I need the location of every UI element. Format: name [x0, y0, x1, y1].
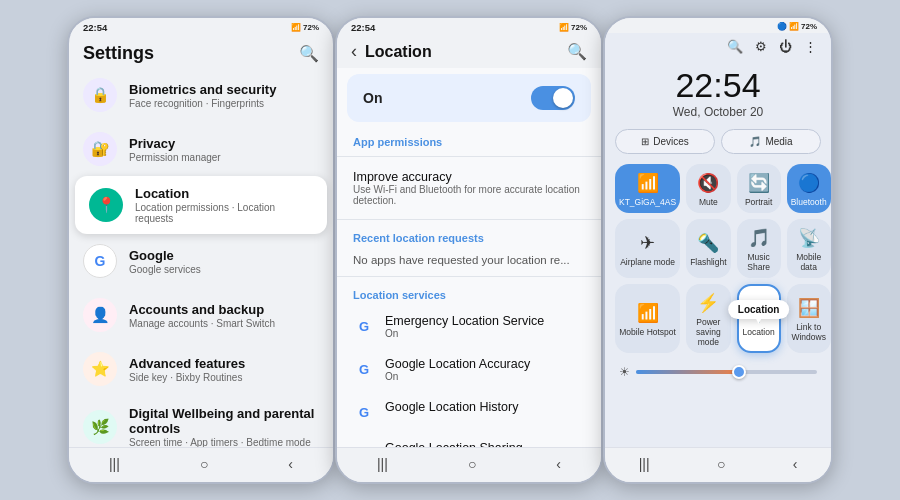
no-apps-text: No apps have requested your location re.… — [337, 248, 601, 272]
powersave-tile-icon: ⚡ — [697, 292, 719, 314]
settings-icon-qp[interactable]: ⚙ — [755, 39, 767, 54]
brightness-track[interactable] — [636, 370, 817, 374]
google-history-item[interactable]: G Google Location History — [337, 391, 601, 432]
airplane-tile-label: Airplane mode — [620, 257, 675, 267]
tile-wifi[interactable]: 📶 KT_GiGA_4AS — [615, 164, 680, 213]
qp-top-icons: 🔍 ⚙ ⏻ ⋮ — [605, 33, 831, 58]
media-tab-icon: 🎵 — [749, 136, 761, 147]
nav-home-2[interactable]: ○ — [458, 454, 486, 474]
tile-music[interactable]: 🎵 Music Share — [737, 219, 781, 278]
bottom-nav-2: ||| ○ ‹ — [337, 447, 601, 482]
nav-back-1[interactable]: ||| — [99, 454, 130, 474]
location-services-header: Location services — [337, 281, 601, 305]
settings-item-accounts[interactable]: 👤 Accounts and backup Manage accounts · … — [69, 288, 333, 342]
devices-tab-label: Devices — [653, 136, 689, 147]
settings-item-advanced[interactable]: ⭐ Advanced features Side key · Bixby Rou… — [69, 342, 333, 396]
advanced-subtitle: Side key · Bixby Routines — [129, 372, 319, 383]
powersave-tile-label: Power saving mode — [690, 317, 726, 347]
mobiledata-tile-icon: 📡 — [798, 227, 820, 249]
google-text: Google Google services — [129, 248, 319, 275]
accounts-text: Accounts and backup Manage accounts · Sm… — [129, 302, 319, 329]
status-bar-3: 🔵 📶 72% — [605, 18, 831, 33]
settings-item-location[interactable]: 📍 Location Location permissions · Locati… — [75, 176, 327, 234]
tile-portrait[interactable]: 🔄 Portrait — [737, 164, 781, 213]
tile-powersave[interactable]: ⚡ Power saving mode — [686, 284, 730, 353]
nav-recent-3[interactable]: ‹ — [783, 454, 808, 474]
back-button[interactable]: ‹ — [351, 41, 357, 62]
search-icon-qp[interactable]: 🔍 — [727, 39, 743, 54]
nav-back-2[interactable]: ||| — [367, 454, 398, 474]
tile-airplane[interactable]: ✈ Airplane mode — [615, 219, 680, 278]
tile-bluetooth[interactable]: 🔵 Bluetooth — [787, 164, 831, 213]
location-subtitle: Location permissions · Location requests — [135, 202, 313, 224]
tile-flashlight[interactable]: 🔦 Flashlight — [686, 219, 730, 278]
tile-hotspot[interactable]: 📶 Mobile Hotspot — [615, 284, 680, 353]
quick-panel-content: 🔍 ⚙ ⏻ ⋮ 22:54 Wed, October 20 ⊞ Devices … — [605, 33, 831, 447]
wellbeing-subtitle: Screen time · App timers · Bedtime mode — [129, 437, 319, 447]
advanced-icon: ⭐ — [83, 352, 117, 386]
accounts-icon: 👤 — [83, 298, 117, 332]
location-tooltip: Location — [728, 300, 790, 319]
nav-home-1[interactable]: ○ — [190, 454, 218, 474]
tab-devices[interactable]: ⊞ Devices — [615, 129, 715, 154]
status-icons-1: 📶 72% — [291, 23, 319, 32]
brightness-icon: ☀ — [619, 365, 630, 379]
search-icon-2[interactable]: 🔍 — [567, 42, 587, 61]
tile-mute[interactable]: 🔇 Mute — [686, 164, 730, 213]
settings-title: Settings — [83, 43, 154, 64]
mute-tile-label: Mute — [699, 197, 718, 207]
power-icon-qp[interactable]: ⏻ — [779, 39, 792, 54]
nav-back-3[interactable]: ||| — [629, 454, 660, 474]
location-screen-title: Location — [365, 43, 432, 61]
google-sharing-item[interactable]: G Google Location Sharing — [337, 432, 601, 447]
signal-icon-3: 📶 — [789, 22, 799, 31]
settings-item-biometrics[interactable]: 🔒 Biometrics and security Face recogniti… — [69, 68, 333, 122]
battery-icon: 72% — [303, 23, 319, 32]
emergency-sub: On — [385, 328, 544, 339]
flashlight-tile-label: Flashlight — [690, 257, 726, 267]
signal-icon: 📶 — [291, 23, 301, 32]
search-icon[interactable]: 🔍 — [299, 44, 319, 63]
location-toggle[interactable] — [531, 86, 575, 110]
bottom-nav-1: ||| ○ ‹ — [69, 447, 333, 482]
accuracy-title: Google Location Accuracy — [385, 357, 530, 371]
google-accuracy-item[interactable]: G Google Location Accuracy On — [337, 348, 601, 391]
google-icon-accuracy: G — [353, 358, 375, 380]
mute-tile-icon: 🔇 — [697, 172, 719, 194]
privacy-text: Privacy Permission manager — [129, 136, 319, 163]
time-2: 22:54 — [351, 22, 375, 33]
brightness-thumb[interactable] — [732, 365, 746, 379]
improve-accuracy-item[interactable]: Improve accuracy Use Wi-Fi and Bluetooth… — [337, 161, 601, 215]
emergency-location-item[interactable]: G Emergency Location Service On — [337, 305, 601, 348]
accuracy-text: Google Location Accuracy On — [385, 357, 530, 382]
nav-recent-1[interactable]: ‹ — [278, 454, 303, 474]
flashlight-tile-icon: 🔦 — [697, 232, 719, 254]
location-icon: 📍 — [89, 188, 123, 222]
tile-mobiledata[interactable]: 📡 Mobile data — [787, 219, 831, 278]
settings-item-privacy[interactable]: 🔐 Privacy Permission manager — [69, 122, 333, 176]
battery-icon-2: 72% — [571, 23, 587, 32]
location-topbar: ‹ Location 🔍 — [337, 35, 601, 68]
bottom-nav-3: ||| ○ ‹ — [605, 447, 831, 482]
divider-3 — [337, 276, 601, 277]
tab-media[interactable]: 🎵 Media — [721, 129, 821, 154]
settings-item-google[interactable]: G Google Google services — [69, 234, 333, 288]
improve-accuracy-title: Improve accuracy — [353, 170, 585, 184]
biometrics-title: Biometrics and security — [129, 82, 319, 97]
settings-list: 🔒 Biometrics and security Face recogniti… — [69, 68, 333, 447]
location-text: Location Location permissions · Location… — [135, 186, 313, 224]
nav-recent-2[interactable]: ‹ — [546, 454, 571, 474]
phone-settings: 22:54 📶 72% Settings 🔍 🔒 Biometrics and … — [67, 16, 335, 484]
clock-date: Wed, October 20 — [605, 105, 831, 119]
tile-location[interactable]: 📍 Location Location — [737, 284, 781, 353]
settings-item-wellbeing[interactable]: 🌿 Digital Wellbeing and parental control… — [69, 396, 333, 447]
advanced-text: Advanced features Side key · Bixby Routi… — [129, 356, 319, 383]
emergency-title: Emergency Location Service — [385, 314, 544, 328]
nav-home-3[interactable]: ○ — [707, 454, 735, 474]
more-icon-qp[interactable]: ⋮ — [804, 39, 817, 54]
emergency-text: Emergency Location Service On — [385, 314, 544, 339]
google-icon-emergency: G — [353, 315, 375, 337]
history-title: Google Location History — [385, 400, 518, 414]
tile-linkwindows[interactable]: 🪟 Link to Windows — [787, 284, 831, 353]
wifi-tile-icon: 📶 — [637, 172, 659, 194]
